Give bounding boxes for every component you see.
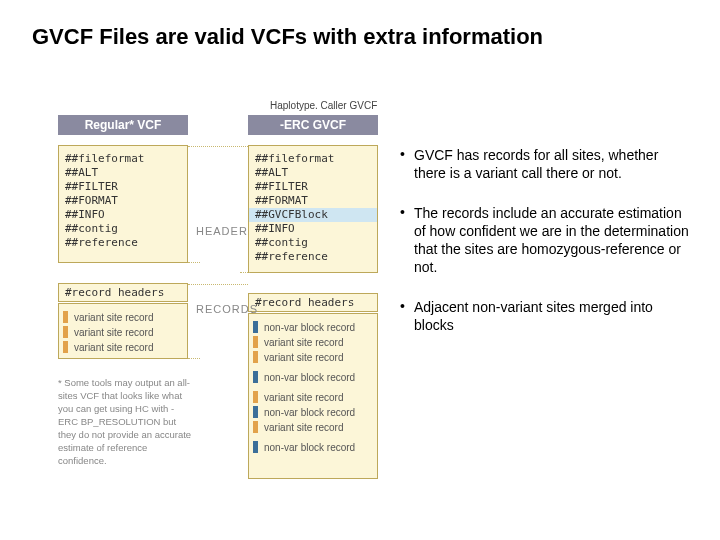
bullet-text: The records include an accurate estimati… xyxy=(414,204,690,276)
record-line: variant site record xyxy=(253,336,373,348)
record-label: non-var block record xyxy=(264,372,355,383)
header-line: ##FILTER xyxy=(255,180,371,194)
bullet-text: Adjacent non-variant sites merged into b… xyxy=(414,298,690,334)
variant-tick-icon xyxy=(63,311,68,323)
header-line: ##contig xyxy=(65,222,181,236)
regular-vcf-header-box: ##fileformat ##ALT ##FILTER ##FORMAT ##I… xyxy=(58,145,188,263)
erc-records-box: non-var block record variant site record… xyxy=(248,313,378,479)
record-label: variant site record xyxy=(264,352,343,363)
guide-line xyxy=(240,272,250,273)
bullet-list: • GVCF has records for all sites, whethe… xyxy=(400,146,690,356)
list-item: • The records include an accurate estima… xyxy=(400,204,690,276)
record-line: variant site record xyxy=(63,341,183,353)
header-line: ##ALT xyxy=(255,166,371,180)
record-label: non-var block record xyxy=(264,407,355,418)
record-line: non-var block record xyxy=(253,321,373,333)
record-label: variant site record xyxy=(74,327,153,338)
nonvar-tick-icon xyxy=(253,441,258,453)
variant-tick-icon xyxy=(63,341,68,353)
guide-line xyxy=(188,284,248,285)
record-label: non-var block record xyxy=(264,442,355,453)
variant-tick-icon xyxy=(253,391,258,403)
tab-regular-vcf: Regular* VCF xyxy=(58,115,188,135)
bridge-label-header: HEADER xyxy=(196,225,248,237)
guide-line xyxy=(188,262,200,263)
bullet-text: GVCF has records for all sites, whether … xyxy=(414,146,690,182)
record-line: variant site record xyxy=(253,391,373,403)
record-label: variant site record xyxy=(264,337,343,348)
record-line: variant site record xyxy=(253,421,373,433)
bullet-icon: • xyxy=(400,146,414,182)
nonvar-tick-icon xyxy=(253,371,258,383)
regular-records-box: variant site record variant site record … xyxy=(58,303,188,359)
bridge-label-records: RECORDS xyxy=(196,303,258,315)
nonvar-tick-icon xyxy=(253,406,258,418)
header-line: ##INFO xyxy=(65,208,181,222)
record-line: variant site record xyxy=(253,351,373,363)
header-line: ##FILTER xyxy=(65,180,181,194)
variant-tick-icon xyxy=(253,351,258,363)
guide-line xyxy=(188,358,200,359)
list-item: • GVCF has records for all sites, whethe… xyxy=(400,146,690,182)
footnote-text: * Some tools may output an all-sites VCF… xyxy=(58,376,194,467)
header-line: ##fileformat xyxy=(255,152,371,166)
guide-line xyxy=(188,146,248,147)
record-label: variant site record xyxy=(74,312,153,323)
header-line-gvcfblock: ##GVCFBlock xyxy=(249,208,377,222)
bullet-icon: • xyxy=(400,298,414,334)
erc-gvcf-header-box: ##fileformat ##ALT ##FILTER ##FORMAT ##G… xyxy=(248,145,378,273)
tab-erc-gvcf: -ERC GVCF xyxy=(248,115,378,135)
variant-tick-icon xyxy=(253,421,258,433)
nonvar-tick-icon xyxy=(253,321,258,333)
header-line: ##reference xyxy=(255,250,371,264)
header-line: ##contig xyxy=(255,236,371,250)
variant-tick-icon xyxy=(253,336,258,348)
header-line: ##fileformat xyxy=(65,152,181,166)
header-line: ##FORMAT xyxy=(255,194,371,208)
erc-record-headers-label: #record headers xyxy=(248,293,378,312)
bullet-icon: • xyxy=(400,204,414,276)
header-line: ##INFO xyxy=(255,222,371,236)
record-line: non-var block record xyxy=(253,371,373,383)
record-line: non-var block record xyxy=(253,406,373,418)
record-line: non-var block record xyxy=(253,441,373,453)
list-item: • Adjacent non-variant sites merged into… xyxy=(400,298,690,334)
record-label: variant site record xyxy=(74,342,153,353)
header-line: ##ALT xyxy=(65,166,181,180)
header-line: ##FORMAT xyxy=(65,194,181,208)
record-line: variant site record xyxy=(63,311,183,323)
page-title: GVCF Files are valid VCFs with extra inf… xyxy=(32,24,543,50)
variant-tick-icon xyxy=(63,326,68,338)
regular-record-headers-label: #record headers xyxy=(58,283,188,302)
header-line: ##reference xyxy=(65,236,181,250)
record-line: variant site record xyxy=(63,326,183,338)
record-label: non-var block record xyxy=(264,322,355,333)
tab-subtext-haplotypecaller: Haplotype. Caller GVCF xyxy=(270,100,377,111)
record-label: variant site record xyxy=(264,392,343,403)
record-label: variant site record xyxy=(264,422,343,433)
